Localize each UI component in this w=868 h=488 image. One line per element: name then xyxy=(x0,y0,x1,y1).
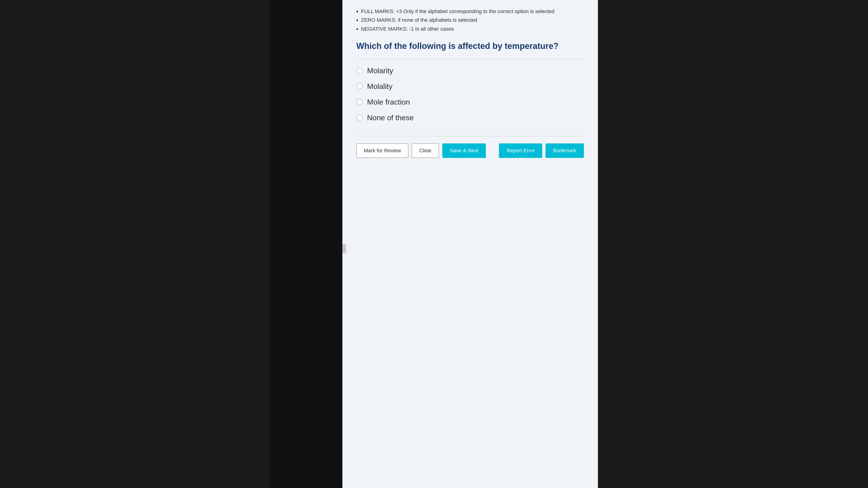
save-and-next-button[interactable]: Save & Next xyxy=(442,143,486,158)
radio-option-c[interactable] xyxy=(356,99,363,105)
clear-button[interactable]: Clear xyxy=(412,143,439,158)
option-label-c: Mole fraction xyxy=(367,98,410,106)
option-b[interactable]: Molality xyxy=(356,82,584,91)
question-text: Which of the following is affected by te… xyxy=(356,40,584,52)
options-container: MolarityMolalityMole fractionNone of the… xyxy=(356,66,584,122)
option-a[interactable]: Molarity xyxy=(356,66,584,75)
radio-option-b[interactable] xyxy=(356,83,363,89)
radio-option-d[interactable] xyxy=(356,115,363,121)
option-label-a: Molarity xyxy=(367,66,393,75)
scroll-left-indicator[interactable]: ‹ xyxy=(342,244,346,253)
report-error-button[interactable]: Report Error xyxy=(499,143,542,158)
option-label-b: Molality xyxy=(367,82,393,91)
option-label-d: None of these xyxy=(367,113,414,122)
bookmark-button[interactable]: Bookmark xyxy=(546,143,584,158)
mark-for-review-button[interactable]: Mark for Review xyxy=(356,143,409,158)
option-d[interactable]: None of these xyxy=(356,113,584,122)
left-panel xyxy=(270,0,342,488)
radio-option-a[interactable] xyxy=(356,68,363,74)
marking-scheme: FULL MARKS: +3 Only if the alphabet corr… xyxy=(356,7,584,33)
marking-scheme-item: FULL MARKS: +3 Only if the alphabet corr… xyxy=(361,7,584,16)
marking-scheme-item: ZERO MARKS: if none of the alphabets is … xyxy=(361,16,584,24)
main-content: FULL MARKS: +3 Only if the alphabet corr… xyxy=(342,0,598,488)
action-bar: Mark for Review Clear Save & Next Report… xyxy=(356,136,584,158)
marking-scheme-item: NEGATIVE MARKS: -1 in all other cases xyxy=(361,25,584,33)
option-c[interactable]: Mole fraction xyxy=(356,98,584,106)
